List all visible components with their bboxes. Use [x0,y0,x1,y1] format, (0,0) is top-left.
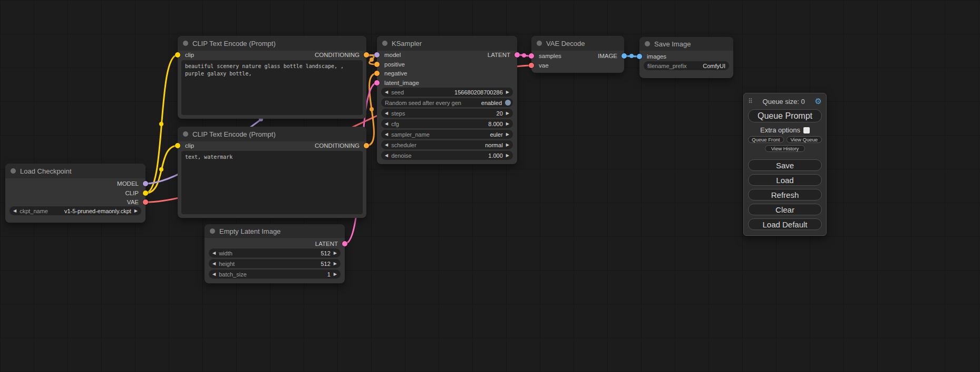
widget-width[interactable]: ◀ width 512 ▶ [209,249,341,257]
decrement-arrow-icon[interactable]: ◀ [385,154,388,158]
widget-value[interactable]: normal [485,142,503,148]
increment-arrow-icon[interactable]: ▶ [334,251,337,255]
decrement-arrow-icon[interactable]: ◀ [13,209,16,213]
collapse-dot-icon[interactable] [382,41,387,46]
widget-value[interactable]: 8.000 [488,121,503,127]
input-port-latent-image[interactable] [374,80,380,85]
queue-prompt-button[interactable]: Queue Prompt [748,109,822,122]
input-port-samples[interactable] [529,53,534,59]
node-empty-latent-image[interactable]: Empty Latent Image LATENT ◀ width 512 ▶ … [205,224,345,283]
output-port-latent[interactable] [342,241,347,246]
widget-value[interactable]: 512 [321,261,330,267]
widget-value[interactable]: euler [490,131,502,138]
output-port-latent[interactable] [515,52,520,58]
output-port-image[interactable] [622,53,627,59]
negative-prompt-textarea[interactable]: text, watermark [181,151,363,214]
input-port-negative[interactable] [374,71,380,76]
widget-value[interactable]: 1 [327,271,331,278]
node-title-bar[interactable]: CLIP Text Encode (Prompt) [178,127,366,141]
node-clip-text-encode-positive[interactable]: CLIP Text Encode (Prompt) clip CONDITION… [178,36,366,119]
collapse-dot-icon[interactable] [645,41,650,46]
output-port-conditioning[interactable] [364,52,369,58]
widget-value[interactable]: ComfyUI [703,63,725,69]
node-clip-text-encode-negative[interactable]: CLIP Text Encode (Prompt) clip CONDITION… [178,127,366,218]
refresh-button[interactable]: Refresh [748,189,822,201]
widget-scheduler[interactable]: ◀ scheduler normal ▶ [381,140,513,149]
increment-arrow-icon[interactable]: ▶ [506,111,509,116]
output-port-clip[interactable] [143,190,148,196]
decrement-arrow-icon[interactable]: ◀ [385,90,388,94]
decrement-arrow-icon[interactable]: ◀ [385,122,388,126]
input-port-positive[interactable] [374,62,380,67]
queue-front-button[interactable]: Queue Front [748,136,784,143]
widget-steps[interactable]: ◀ steps 20 ▶ [381,109,513,118]
increment-arrow-icon[interactable]: ▶ [334,262,337,266]
collapse-dot-icon[interactable] [210,228,215,234]
input-port-model[interactable] [374,52,380,58]
node-title-bar[interactable]: CLIP Text Encode (Prompt) [178,36,366,51]
node-canvas[interactable]: Load Checkpoint MODEL CLIP VAE ◀ ckpt_na… [0,0,980,372]
collapse-dot-icon[interactable] [11,168,16,174]
view-history-button[interactable]: View History [765,145,805,152]
widget-random-seed-toggle[interactable]: Random seed after every gen enabled [381,98,513,107]
node-title-bar[interactable]: Save Image [639,37,733,51]
collapse-dot-icon[interactable] [537,41,542,46]
output-port-vae[interactable] [143,199,148,205]
node-title-bar[interactable]: Empty Latent Image [205,224,345,238]
input-port-clip[interactable] [175,52,180,58]
increment-arrow-icon[interactable]: ▶ [334,272,337,276]
widget-height[interactable]: ◀ height 512 ▶ [209,259,341,268]
node-save-image[interactable]: Save Image images filename_prefix ComfyU… [639,37,733,78]
widget-sampler-name[interactable]: ◀ sampler_name euler ▶ [381,130,513,139]
widget-batch-size[interactable]: ◀ batch_size 1 ▶ [209,270,341,279]
input-port-images[interactable] [637,54,642,59]
node-title-bar[interactable]: VAE Decode [531,36,624,51]
widget-seed[interactable]: ◀ seed 156680208700286 ▶ [381,88,513,97]
increment-arrow-icon[interactable]: ▶ [506,90,509,94]
input-port-clip[interactable] [175,143,180,148]
node-load-checkpoint[interactable]: Load Checkpoint MODEL CLIP VAE ◀ ckpt_na… [5,164,145,223]
widget-value[interactable]: 1.000 [488,152,503,159]
drag-handle-icon[interactable]: ⠿ [748,98,753,105]
link-midpoint-dot [370,107,374,111]
increment-arrow-icon[interactable]: ▶ [506,154,509,158]
widget-denoise[interactable]: ◀ denoise 1.000 ▶ [381,151,513,160]
toggle-dot-icon[interactable] [505,100,511,106]
increment-arrow-icon[interactable]: ▶ [506,122,509,126]
increment-arrow-icon[interactable]: ▶ [134,209,138,213]
decrement-arrow-icon[interactable]: ◀ [212,251,216,255]
view-queue-button[interactable]: View Queue [787,136,822,143]
positive-prompt-textarea[interactable]: beautiful scenery nature glass bottle la… [181,60,363,115]
decrement-arrow-icon[interactable]: ◀ [385,132,388,137]
widget-cfg[interactable]: ◀ cfg 8.000 ▶ [381,119,513,128]
collapse-dot-icon[interactable] [183,41,188,46]
extra-options-checkbox[interactable] [803,127,810,133]
widget-value[interactable]: enabled [481,100,502,106]
output-port-conditioning[interactable] [364,143,369,148]
decrement-arrow-icon[interactable]: ◀ [385,111,388,116]
widget-filename-prefix[interactable]: filename_prefix ComfyUI [644,61,729,70]
output-port-model[interactable] [143,181,148,186]
node-title: Save Image [654,40,691,48]
widget-ckpt-name[interactable]: ◀ ckpt_name v1-5-pruned-emaonly.ckpt ▶ [9,206,141,215]
increment-arrow-icon[interactable]: ▶ [506,132,509,137]
widget-value[interactable]: 20 [497,110,503,117]
decrement-arrow-icon[interactable]: ◀ [212,262,216,266]
input-port-vae[interactable] [529,63,534,68]
decrement-arrow-icon[interactable]: ◀ [212,272,216,276]
collapse-dot-icon[interactable] [183,131,188,137]
node-title-bar[interactable]: Load Checkpoint [5,164,145,178]
clear-button[interactable]: Clear [748,204,822,215]
widget-value[interactable]: 156680208700286 [454,89,503,96]
load-button[interactable]: Load [748,174,822,186]
widget-value[interactable]: 512 [321,250,330,256]
node-ksampler[interactable]: KSampler model positive negative latent_… [377,36,517,164]
load-default-button[interactable]: Load Default [748,218,822,230]
node-vae-decode[interactable]: VAE Decode samples vae IMAGE [531,36,624,73]
decrement-arrow-icon[interactable]: ◀ [385,143,388,147]
settings-gear-icon[interactable]: ⚙ [815,97,822,106]
save-button[interactable]: Save [748,159,822,171]
node-title-bar[interactable]: KSampler [377,36,517,51]
widget-value[interactable]: v1-5-pruned-emaonly.ckpt [64,208,131,214]
increment-arrow-icon[interactable]: ▶ [506,143,509,147]
